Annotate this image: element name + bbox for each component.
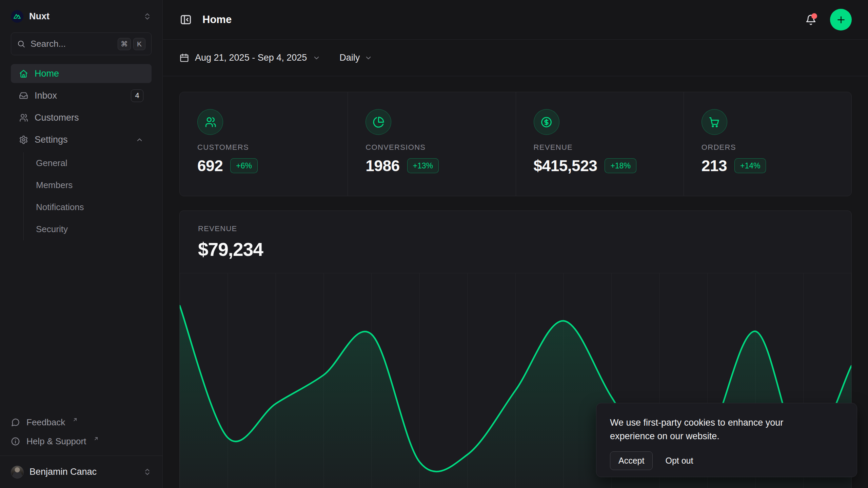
info-circle-icon — [11, 437, 20, 446]
stat-orders[interactable]: ORDERS 213 +14% — [684, 92, 851, 196]
user-name: Benjamin Canac — [29, 467, 97, 477]
team-name: Nuxt — [29, 11, 50, 22]
sidebar-item-members[interactable]: Members — [24, 174, 152, 196]
sidebar-item-inbox[interactable]: Inbox 4 — [11, 86, 152, 105]
panel-collapse-icon[interactable] — [179, 13, 192, 26]
opt-out-button[interactable]: Opt out — [665, 456, 693, 466]
chevron-down-icon — [364, 54, 372, 62]
sidebar-item-settings[interactable]: Settings — [11, 130, 152, 149]
filters-bar: Aug 21, 2025 - Sep 4, 2025 Daily — [163, 40, 868, 76]
stat-conversions[interactable]: CONVERSIONS 1986 +13% — [348, 92, 515, 196]
gear-icon — [19, 135, 28, 144]
chevron-up-down-icon — [143, 468, 152, 476]
notification-dot — [811, 13, 817, 19]
settings-submenu: General Members Notifications Security — [23, 152, 152, 240]
sidebar-spacer — [11, 240, 152, 413]
help-support-link[interactable]: Help & Support — [11, 432, 152, 450]
feedback-label: Feedback — [26, 417, 65, 428]
sidebar-item-home[interactable]: Home — [11, 64, 152, 83]
app-root: Nuxt Search... ⌘ K Home — [0, 0, 868, 488]
team-switcher[interactable]: Nuxt — [11, 0, 152, 33]
message-bubble-icon — [11, 418, 20, 427]
search-input[interactable]: Search... ⌘ K — [11, 33, 152, 55]
search-placeholder: Search... — [31, 39, 66, 49]
page-header: Home — [163, 0, 868, 40]
date-range-label: Aug 21, 2025 - Sep 4, 2025 — [195, 53, 307, 63]
kbd-cmd: ⌘ — [118, 38, 131, 50]
pie-chart-icon — [366, 109, 391, 135]
sidebar-item-label: Inbox — [35, 90, 57, 101]
user-menu[interactable]: Benjamin Canac — [11, 456, 152, 488]
search-icon — [17, 40, 25, 48]
stat-value: $415,523 — [534, 157, 597, 175]
revenue-chart-total: $79,234 — [198, 239, 833, 260]
stat-delta-badge: +18% — [605, 158, 636, 173]
stat-value: 1986 — [366, 157, 399, 175]
external-link-icon — [93, 436, 99, 442]
stat-value: 213 — [702, 157, 727, 175]
sidebar-item-general[interactable]: General — [24, 152, 152, 174]
stat-revenue[interactable]: REVENUE $415,523 +18% — [516, 92, 684, 196]
sidebar: Nuxt Search... ⌘ K Home — [0, 0, 163, 488]
nuxt-logo-icon — [11, 10, 23, 23]
sidebar-item-security[interactable]: Security — [24, 218, 152, 240]
granularity-select[interactable]: Daily — [339, 53, 372, 63]
sidebar-item-notifications[interactable]: Notifications — [24, 196, 152, 218]
stat-value: 692 — [197, 157, 223, 175]
stat-label: CONVERSIONS — [366, 143, 498, 152]
external-link-icon — [72, 417, 78, 423]
revenue-chart-label: REVENUE — [198, 224, 833, 233]
sidebar-item-label: Home — [35, 68, 59, 79]
chevron-down-icon — [313, 54, 320, 62]
stats-panel: CUSTOMERS 692 +6% CONVERSIONS 1986 +13% — [179, 92, 852, 196]
feedback-link[interactable]: Feedback — [11, 413, 152, 431]
cart-icon — [702, 109, 727, 135]
sidebar-item-customers[interactable]: Customers — [11, 108, 152, 127]
avatar — [11, 466, 24, 479]
sidebar-nav: Home Inbox 4 Customers Settings — [11, 64, 152, 240]
granularity-label: Daily — [339, 53, 360, 63]
inbox-count-badge: 4 — [131, 89, 143, 102]
calendar-icon — [179, 53, 189, 63]
stat-label: ORDERS — [702, 143, 834, 152]
date-range-picker[interactable]: Aug 21, 2025 - Sep 4, 2025 — [179, 53, 320, 63]
users-icon — [197, 109, 223, 135]
users-icon — [19, 113, 28, 122]
stat-label: CUSTOMERS — [197, 143, 330, 152]
plus-icon — [836, 15, 846, 25]
page-title: Home — [202, 14, 232, 26]
chevron-up-down-icon — [143, 12, 152, 21]
inbox-icon — [19, 91, 28, 100]
dollar-circle-icon — [534, 109, 559, 135]
kbd-k: K — [133, 38, 145, 50]
sidebar-item-label: Settings — [35, 135, 68, 145]
cookie-message: We use first-party cookies to enhance yo… — [610, 416, 820, 443]
stat-delta-badge: +14% — [734, 158, 766, 173]
accept-button[interactable]: Accept — [610, 451, 653, 470]
sidebar-item-label: Customers — [35, 113, 79, 123]
notifications-button[interactable] — [805, 14, 816, 25]
add-button[interactable] — [830, 9, 852, 30]
stat-customers[interactable]: CUSTOMERS 692 +6% — [180, 92, 348, 196]
help-support-label: Help & Support — [26, 436, 86, 447]
stat-delta-badge: +6% — [230, 158, 258, 173]
stat-delta-badge: +13% — [407, 158, 439, 173]
header-actions — [805, 9, 852, 30]
sidebar-footer-links: Feedback Help & Support — [11, 413, 152, 450]
search-shortcut: ⌘ K — [118, 38, 145, 50]
chevron-up-icon — [136, 136, 143, 144]
stat-label: REVENUE — [534, 143, 666, 152]
home-icon — [19, 69, 28, 78]
cookie-banner: We use first-party cookies to enhance yo… — [596, 403, 857, 477]
